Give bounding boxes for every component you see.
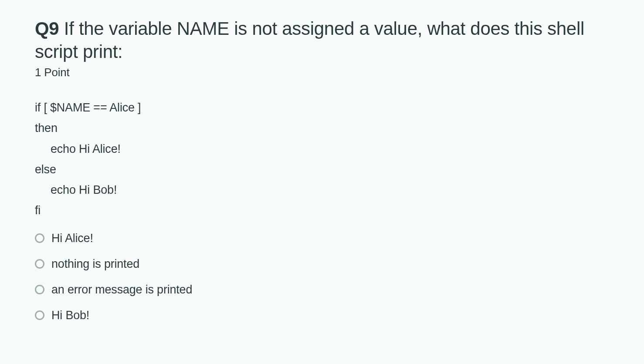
- option-label: Hi Bob!: [51, 309, 89, 322]
- option-label: Hi Alice!: [51, 232, 93, 245]
- code-line: then: [35, 118, 609, 138]
- question-text: If the variable NAME is not assigned a v…: [35, 18, 584, 62]
- option-label: an error message is printed: [51, 283, 192, 297]
- question-points: 1 Point: [35, 66, 609, 79]
- option-nothing-printed[interactable]: nothing is printed: [35, 257, 609, 271]
- code-line: if [ $NAME == Alice ]: [35, 98, 609, 118]
- question-heading: Q9 If the variable NAME is not assigned …: [35, 17, 609, 63]
- radio-icon: [35, 285, 44, 294]
- code-line: fi: [35, 200, 609, 221]
- code-line: echo Hi Bob!: [35, 180, 609, 200]
- options-list: Hi Alice! nothing is printed an error me…: [35, 232, 609, 322]
- radio-icon: [35, 259, 44, 269]
- code-line: echo Hi Alice!: [35, 139, 609, 159]
- question-number: Q9: [35, 18, 59, 39]
- option-label: nothing is printed: [51, 257, 139, 271]
- question-container: Q9 If the variable NAME is not assigned …: [0, 0, 644, 340]
- radio-icon: [35, 310, 44, 320]
- option-error-message[interactable]: an error message is printed: [35, 283, 609, 297]
- code-block: if [ $NAME == Alice ] then echo Hi Alice…: [35, 98, 609, 221]
- radio-icon: [35, 233, 44, 243]
- code-line: else: [35, 159, 609, 180]
- option-hi-bob[interactable]: Hi Bob!: [35, 309, 609, 322]
- option-hi-alice[interactable]: Hi Alice!: [35, 232, 609, 245]
